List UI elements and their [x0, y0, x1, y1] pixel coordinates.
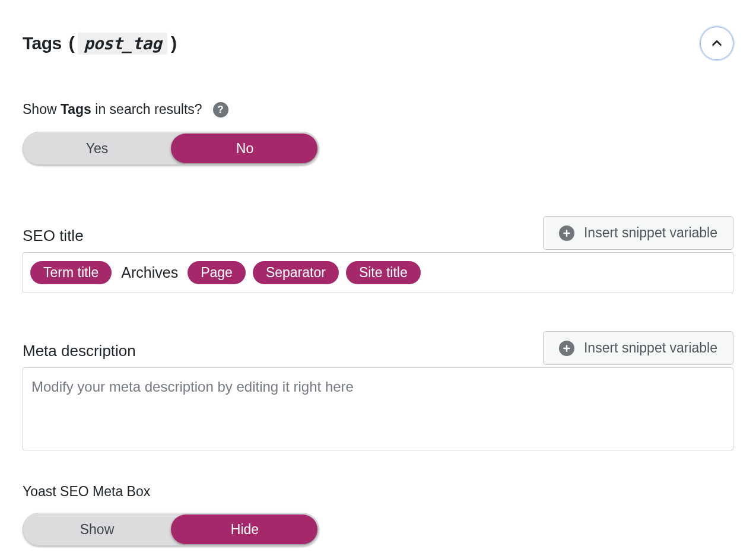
show-in-search-toggle[interactable]: Yes No — [23, 132, 319, 165]
paren-close: ) — [171, 33, 177, 53]
insert-snippet-variable-button[interactable]: Insert snippet variable — [543, 216, 733, 250]
toggle-hide[interactable]: Hide — [171, 513, 319, 545]
snippet-chip[interactable]: Term title — [30, 261, 112, 284]
insert-snippet-label-2: Insert snippet variable — [584, 340, 717, 356]
help-icon[interactable]: ? — [213, 102, 228, 117]
metabox-label: Yoast SEO Meta Box — [23, 484, 733, 500]
taxonomy-code: post_tag — [78, 33, 167, 55]
snippet-chip[interactable]: Page — [188, 261, 246, 284]
metabox-toggle[interactable]: Show Hide — [23, 513, 319, 546]
meta-description-placeholder: Modify your meta description by editing … — [31, 379, 354, 395]
chevron-up-icon — [710, 37, 723, 50]
snippet-chip[interactable]: Site title — [346, 261, 421, 284]
insert-snippet-label: Insert snippet variable — [584, 225, 717, 241]
collapse-button[interactable] — [700, 27, 733, 60]
meta-description-input[interactable]: Modify your meta description by editing … — [23, 367, 733, 450]
snippet-chip[interactable]: Separator — [253, 261, 339, 284]
plus-circle-icon — [559, 341, 574, 356]
paren-open: ( — [69, 33, 75, 53]
snippet-text: Archives — [119, 264, 180, 281]
seo-title-label: SEO title — [23, 227, 84, 252]
section-title: Tags ( post_tag ) — [23, 33, 177, 55]
toggle-show[interactable]: Show — [23, 513, 171, 545]
seo-title-input[interactable]: Term titleArchivesPageSeparatorSite titl… — [23, 252, 733, 293]
show-text-after: in search results? — [95, 101, 202, 117]
show-text-strong: Tags — [61, 101, 91, 117]
title-prefix: Tags — [23, 33, 62, 53]
toggle-no[interactable]: No — [171, 132, 319, 164]
meta-description-label: Meta description — [23, 342, 136, 367]
insert-snippet-variable-button-2[interactable]: Insert snippet variable — [543, 331, 733, 365]
show-text-before: Show — [23, 101, 57, 117]
plus-circle-icon — [559, 225, 574, 241]
show-in-search-label: Show Tags in search results? ? — [23, 101, 733, 117]
toggle-yes[interactable]: Yes — [23, 132, 171, 164]
